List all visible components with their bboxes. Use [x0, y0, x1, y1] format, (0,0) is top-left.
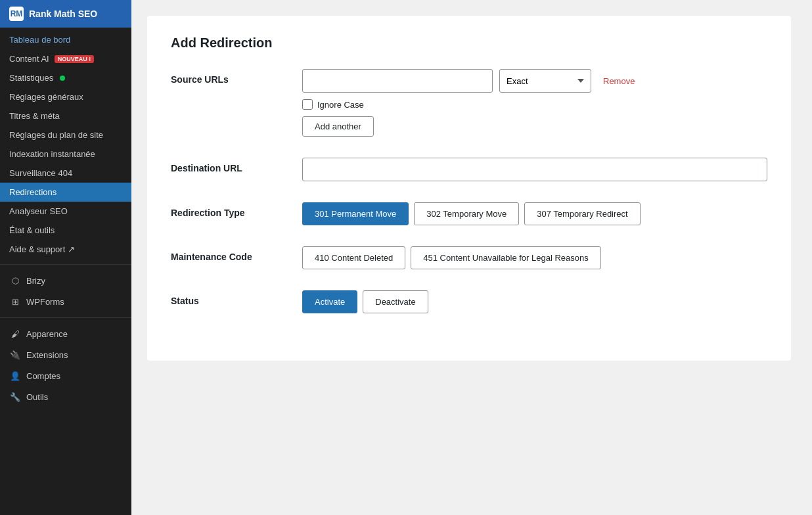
sidebar-item-surveillance[interactable]: Surveillance 404: [0, 164, 131, 183]
main-nav: Tableau de bord Content AI Nouveau ! Sta…: [0, 28, 131, 261]
apparence-icon: 🖌: [9, 328, 21, 340]
status-buttons: Activate Deactivate: [302, 290, 767, 313]
destination-url-label: Destination URL: [171, 158, 302, 173]
bottom-nav: 🖌 Apparence 🔌 Extensions 👤 Comptes 🔧 Out…: [0, 321, 131, 410]
sidebar-item-label: Extensions: [26, 350, 68, 360]
sidebar-item-wpforms[interactable]: ⊞ WPForms: [0, 291, 131, 312]
source-urls-row: Source URLs Exact Contains Starts With E…: [171, 69, 767, 137]
sidebar-item-statistiques[interactable]: Statistiques: [0, 68, 131, 87]
sidebar-item-extensions[interactable]: 🔌 Extensions: [0, 344, 131, 365]
outils-icon: 🔧: [9, 391, 21, 403]
app-title: Rank Math SEO: [29, 9, 97, 19]
maintenance-code-buttons: 410 Content Deleted 451 Content Unavaila…: [302, 246, 767, 269]
app-header[interactable]: RM Rank Math SEO: [0, 0, 131, 28]
add-another-button[interactable]: Add another: [302, 116, 374, 137]
sidebar-item-label: Statistiques: [9, 73, 53, 83]
sidebar-item-redirections[interactable]: Redirections: [0, 183, 131, 202]
sidebar-item-label: Tableau de bord: [9, 35, 70, 45]
sidebar-item-label: WPForms: [26, 297, 64, 307]
sidebar-item-indexation[interactable]: Indexation instantanée: [0, 145, 131, 164]
source-urls-label: Source URLs: [171, 69, 302, 85]
sidebar-item-comptes[interactable]: 👤 Comptes: [0, 365, 131, 386]
sidebar-item-label: Content AI: [9, 54, 49, 64]
sidebar: RM Rank Math SEO Tableau de bord Content…: [0, 0, 131, 515]
extensions-icon: 🔌: [9, 349, 21, 361]
source-urls-content: Exact Contains Starts With Ends With Reg…: [302, 69, 767, 137]
comptes-icon: 👤: [9, 370, 21, 382]
nouveau-badge: Nouveau !: [55, 55, 95, 63]
maintenance-code-content: 410 Content Deleted 451 Content Unavaila…: [302, 246, 767, 269]
main-content: Add Redirection Source URLs Exact Contai…: [131, 0, 812, 515]
sidebar-item-label: Surveillance 404: [9, 168, 72, 178]
sidebar-item-label: Réglages généraux: [9, 92, 83, 102]
redirection-type-buttons: 301 Permanent Move 302 Temporary Move 30…: [302, 202, 767, 225]
sidebar-item-label: Apparence: [26, 329, 68, 339]
sidebar-item-etat[interactable]: État & outils: [0, 221, 131, 240]
plugins-nav: ⬡ Brizy ⊞ WPForms: [0, 267, 131, 315]
sidebar-item-reglages[interactable]: Réglages généraux: [0, 87, 131, 106]
redir-btn-307[interactable]: 307 Temporary Redirect: [524, 202, 641, 225]
ignore-case-label[interactable]: Ignore Case: [317, 100, 364, 110]
sidebar-divider-1: [0, 264, 131, 265]
maint-btn-410[interactable]: 410 Content Deleted: [302, 246, 405, 269]
ignore-case-row: Ignore Case: [302, 99, 767, 110]
deactivate-button[interactable]: Deactivate: [363, 290, 428, 313]
source-url-input[interactable]: [302, 69, 493, 93]
source-url-input-row: Exact Contains Starts With Ends With Reg…: [302, 69, 767, 93]
sidebar-item-label: Analyseur SEO: [9, 206, 68, 216]
sidebar-item-apparence[interactable]: 🖌 Apparence: [0, 323, 131, 344]
sidebar-item-outils[interactable]: 🔧 Outils: [0, 386, 131, 407]
sidebar-item-label: Redirections: [9, 187, 56, 197]
add-redirection-card: Add Redirection Source URLs Exact Contai…: [147, 16, 791, 361]
ignore-case-checkbox[interactable]: [302, 99, 313, 110]
sidebar-item-titres[interactable]: Titres & méta: [0, 106, 131, 125]
sidebar-item-plan-site[interactable]: Réglages du plan de site: [0, 125, 131, 145]
wpforms-icon: ⊞: [9, 296, 21, 307]
app-logo-text: RM: [11, 9, 23, 18]
status-label: Status: [171, 290, 302, 306]
sidebar-item-content-ai[interactable]: Content AI Nouveau !: [0, 49, 131, 68]
redir-btn-301[interactable]: 301 Permanent Move: [302, 202, 409, 225]
destination-url-input[interactable]: [302, 158, 767, 181]
activate-button[interactable]: Activate: [302, 290, 357, 313]
sidebar-item-label: Comptes: [26, 371, 60, 381]
sidebar-divider-2: [0, 317, 131, 318]
maint-btn-451[interactable]: 451 Content Unavailable for Legal Reason…: [411, 246, 601, 269]
page-title: Add Redirection: [171, 35, 767, 51]
app-logo: RM: [9, 7, 24, 21]
sidebar-item-label: État & outils: [9, 225, 55, 235]
sidebar-item-brizy[interactable]: ⬡ Brizy: [0, 270, 131, 291]
sidebar-item-aide[interactable]: Aide & support ↗: [0, 240, 131, 259]
maintenance-code-label: Maintenance Code: [171, 246, 302, 262]
redirection-type-content: 301 Permanent Move 302 Temporary Move 30…: [302, 202, 767, 225]
destination-url-row: Destination URL: [171, 158, 767, 181]
status-row: Status Activate Deactivate: [171, 290, 767, 313]
maintenance-code-row: Maintenance Code 410 Content Deleted 451…: [171, 246, 767, 269]
destination-url-content: [302, 158, 767, 181]
redir-btn-302[interactable]: 302 Temporary Move: [414, 202, 519, 225]
redirection-type-row: Redirection Type 301 Permanent Move 302 …: [171, 202, 767, 225]
sidebar-item-label: Indexation instantanée: [9, 149, 95, 159]
status-content: Activate Deactivate: [302, 290, 767, 313]
sidebar-item-analyseur[interactable]: Analyseur SEO: [0, 202, 131, 221]
match-type-select[interactable]: Exact Contains Starts With Ends With Reg…: [499, 69, 591, 93]
redirection-type-label: Redirection Type: [171, 202, 302, 218]
sidebar-item-label: Aide & support ↗: [9, 244, 75, 254]
sidebar-item-label: Brizy: [26, 276, 45, 286]
brizy-icon: ⬡: [9, 275, 21, 286]
sidebar-item-tableau[interactable]: Tableau de bord: [0, 30, 131, 49]
sidebar-item-label: Outils: [26, 392, 48, 402]
sidebar-item-label: Réglages du plan de site: [9, 130, 103, 140]
sidebar-item-label: Titres & méta: [9, 111, 60, 121]
status-dot: [60, 76, 65, 81]
remove-link[interactable]: Remove: [603, 76, 635, 86]
